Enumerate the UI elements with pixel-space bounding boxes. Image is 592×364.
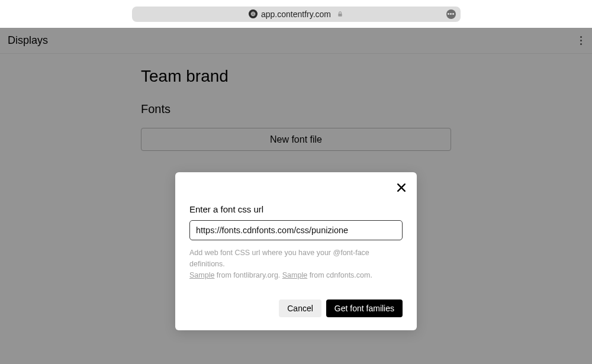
font-url-label: Enter a font css url	[189, 204, 403, 214]
helper-fontlibrary-rest: from fontlibrary.org.	[214, 271, 282, 279]
helper-line1: Add web font CSS url where you have your…	[189, 249, 369, 268]
font-url-modal: Enter a font css url Add web font CSS ur…	[175, 172, 417, 330]
svg-rect-1	[338, 14, 342, 17]
get-font-families-button[interactable]: Get font families	[326, 299, 403, 317]
sample-link-cdnfonts[interactable]: Sample	[282, 271, 307, 279]
modal-overlay[interactable]: Enter a font css url Add web font CSS ur…	[0, 28, 592, 364]
site-icon	[249, 9, 258, 18]
sample-link-fontlibrary[interactable]: Sample	[189, 271, 214, 279]
address-bar-content: app.contentfry.com	[249, 9, 343, 19]
address-bar[interactable]: app.contentfry.com	[132, 7, 461, 22]
cancel-button[interactable]: Cancel	[279, 299, 321, 317]
address-url: app.contentfry.com	[261, 9, 331, 19]
page-wrapper: Displays Team brand Fonts New font file …	[0, 28, 592, 364]
font-url-input[interactable]	[189, 220, 403, 240]
helper-text: Add web font CSS url where you have your…	[189, 247, 403, 281]
helper-cdnfonts-rest: from cdnfonts.com.	[307, 271, 372, 279]
browser-bar: app.contentfry.com	[0, 0, 592, 28]
more-icon[interactable]	[446, 9, 456, 19]
close-icon[interactable]	[393, 179, 410, 196]
lock-icon	[337, 11, 343, 17]
